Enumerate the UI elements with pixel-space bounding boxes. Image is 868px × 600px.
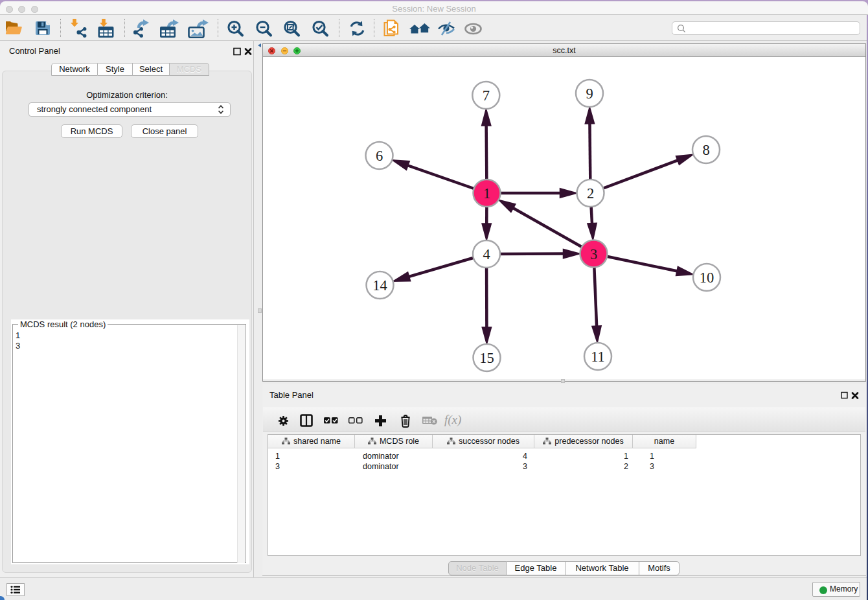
- svg-text:4: 4: [483, 246, 490, 262]
- svg-text:6: 6: [376, 148, 383, 164]
- svg-text:14: 14: [372, 277, 387, 294]
- svg-text:3: 3: [590, 246, 597, 262]
- svg-text:10: 10: [700, 270, 714, 286]
- svg-text:9: 9: [586, 86, 593, 102]
- svg-text:1: 1: [483, 185, 490, 202]
- svg-text:11: 11: [591, 349, 605, 365]
- svg-text:8: 8: [702, 142, 709, 158]
- svg-text:15: 15: [479, 350, 494, 366]
- svg-text:2: 2: [587, 185, 594, 202]
- svg-text:7: 7: [483, 87, 490, 104]
